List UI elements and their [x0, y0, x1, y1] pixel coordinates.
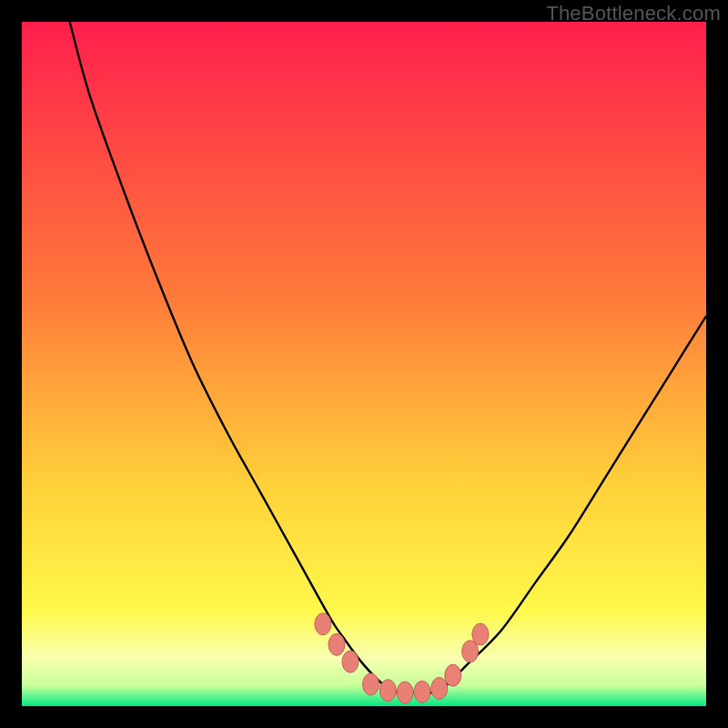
- curve-marker: [379, 680, 396, 702]
- bottleneck-curve: [70, 22, 706, 693]
- curve-marker: [414, 681, 430, 703]
- chart-plot-area: [22, 22, 706, 706]
- chart-svg: [22, 22, 706, 706]
- curve-marker: [315, 613, 331, 635]
- curve-marker: [445, 664, 461, 686]
- curve-marker: [342, 651, 359, 672]
- curve-marker: [397, 682, 413, 703]
- curve-marker: [329, 633, 345, 655]
- watermark-text: TheBottleneck.com: [546, 2, 721, 25]
- curve-marker: [431, 677, 448, 699]
- curve-marker: [363, 673, 379, 695]
- curve-marker: [472, 623, 489, 645]
